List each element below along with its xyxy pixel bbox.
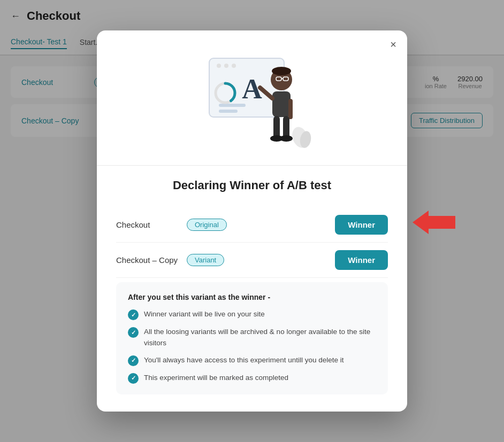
modal-title: Declaring Winner of A/B test: [97, 179, 407, 192]
check-icon-2: [128, 327, 139, 338]
variant-badge-variant: Variant: [187, 254, 224, 266]
svg-rect-19: [283, 116, 289, 138]
check-icon-1: [128, 309, 139, 320]
svg-point-14: [272, 67, 291, 75]
info-item-2: All the loosing variants will be archive…: [128, 327, 376, 348]
variant-name-checkout: Checkout: [116, 220, 180, 229]
check-icon-3: [128, 355, 139, 366]
info-box-title: After you set this variant as the winner…: [128, 293, 376, 301]
info-text-3: You'll always have access to this experi…: [144, 355, 344, 366]
svg-marker-0: [413, 211, 455, 234]
declare-winner-modal: × A: [97, 30, 407, 412]
svg-rect-7: [219, 110, 238, 113]
variant-badge-original: Original: [187, 219, 227, 231]
info-text-1: Winner variant will be live on your site: [144, 309, 265, 320]
modal-close-button[interactable]: ×: [390, 39, 396, 50]
info-item-4: This experiment will be marked as comple…: [128, 373, 376, 384]
info-item-1: Winner variant will be live on your site: [128, 309, 376, 320]
info-box: After you set this variant as the winner…: [116, 282, 388, 394]
winner-button-original[interactable]: Winner: [335, 215, 388, 235]
variant-name-checkout-copy: Checkout – Copy: [116, 255, 180, 265]
modal-illustration: A: [97, 30, 407, 165]
svg-point-4: [232, 64, 236, 68]
red-arrow-indicator: [413, 211, 455, 234]
info-text-4: This experiment will be marked as comple…: [144, 373, 288, 383]
svg-rect-15: [272, 91, 291, 117]
info-text-2: All the loosing variants will be archive…: [144, 327, 376, 348]
svg-point-21: [280, 135, 293, 142]
winner-button-variant[interactable]: Winner: [335, 250, 388, 270]
info-item-3: You'll always have access to this experi…: [128, 355, 376, 366]
variant-row-original: Checkout Original Winner: [116, 207, 388, 243]
svg-rect-18: [273, 116, 280, 138]
ab-test-illustration: A: [182, 48, 322, 154]
modal-overlay: × A: [0, 0, 504, 442]
svg-point-3: [224, 64, 228, 68]
check-icon-4: [128, 373, 139, 384]
svg-rect-6: [219, 104, 246, 107]
modal-body: Checkout Original Winner Checkout – Copy…: [97, 207, 407, 394]
svg-point-2: [217, 64, 221, 68]
modal-divider: [97, 165, 407, 166]
variant-row-copy: Checkout – Copy Variant Winner: [116, 243, 388, 278]
